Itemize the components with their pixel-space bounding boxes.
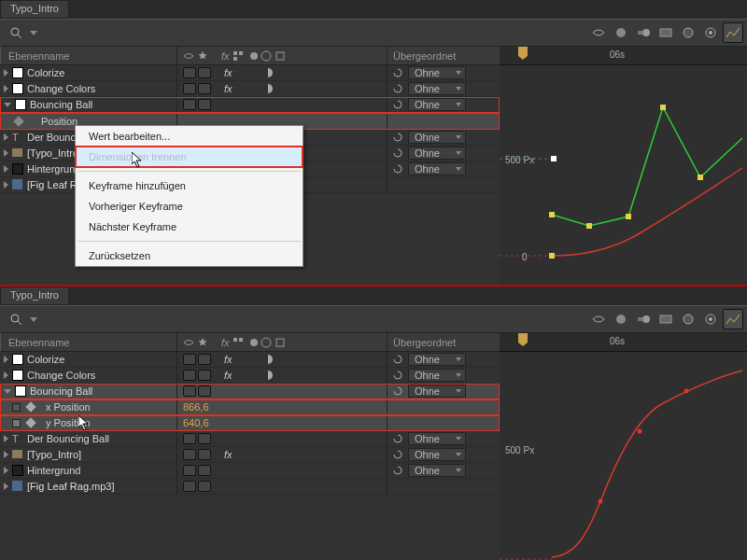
color-swatch[interactable] <box>12 83 23 94</box>
layer-row-colorize[interactable]: Colorize fx Ohne <box>0 65 500 81</box>
parent-header: Übergeordnet <box>388 47 500 64</box>
graph-editor-bottom[interactable]: 06s 500 Px <box>500 333 747 560</box>
3d-col-icon <box>275 50 286 62</box>
fx-switch[interactable]: fx <box>224 67 233 78</box>
parent-dropdown[interactable]: Ohne <box>408 66 466 79</box>
context-menu: Wert bearbeiten... Dimensionen trennen K… <box>75 125 303 267</box>
svg-rect-32 <box>660 315 671 323</box>
layer-row-der-bouncing[interactable]: TDer Bouncing Ball Ohne <box>0 431 500 447</box>
keyframe-icon[interactable] <box>25 401 35 412</box>
svg-rect-16 <box>12 179 22 189</box>
column-headers: Ebenenname fx Übergeordnet <box>0 47 500 65</box>
layer-row-change-colors[interactable]: Change Colors fx Ohne <box>0 368 500 384</box>
composition-tab[interactable]: Typo_Intro <box>0 0 69 19</box>
graph-toggle[interactable] <box>12 403 21 412</box>
menu-edit-value[interactable]: Wert bearbeiten... <box>76 126 303 147</box>
search-dropdown[interactable] <box>6 309 26 329</box>
audio-icon <box>12 179 23 190</box>
svg-rect-5 <box>660 29 671 36</box>
svg-rect-2 <box>616 28 626 37</box>
layer-row-bouncing-ball[interactable]: Bouncing Ball Ohne <box>0 97 500 113</box>
cti-marker-icon[interactable] <box>516 333 529 346</box>
svg-rect-31 <box>638 317 643 321</box>
svg-point-0 <box>11 28 19 35</box>
keyframe-icon[interactable] <box>25 417 35 427</box>
graph-editor-top[interactable]: 06s 500 Px 0 <box>500 47 747 285</box>
comp-icon <box>12 147 23 159</box>
layer-row-hintergrund[interactable]: Hintergrund Ohne <box>0 463 500 479</box>
twirl-icon[interactable] <box>4 69 8 77</box>
svg-rect-23 <box>698 175 703 180</box>
color-swatch[interactable] <box>15 99 26 110</box>
cursor-icon <box>78 415 90 432</box>
layer-row-change-colors[interactable]: Change Colors fx Ohne <box>0 81 500 97</box>
twirl-icon[interactable] <box>4 85 8 92</box>
svg-rect-4 <box>638 31 643 35</box>
layer-row-typo-intro[interactable]: [Typo_Intro] fx Ohne <box>0 447 500 463</box>
color-swatch[interactable] <box>12 67 23 78</box>
layer-name-header: Ebenenname <box>0 47 177 64</box>
property-row-y-position[interactable]: y Position 640,6 <box>0 415 500 431</box>
menu-prev-keyframe[interactable]: Vorheriger Keyframe <box>76 196 303 217</box>
graph-toggle[interactable] <box>12 419 21 427</box>
value-graph <box>500 352 747 560</box>
dropdown-arrow-icon[interactable] <box>30 31 37 35</box>
pickwhip-icon[interactable] <box>391 66 404 79</box>
keyframe-icon[interactable] <box>13 116 23 126</box>
switch[interactable] <box>183 67 196 78</box>
svg-rect-15 <box>12 148 22 157</box>
x-position-value[interactable]: 866,6 <box>183 401 209 413</box>
cursor-icon <box>132 152 143 169</box>
motion-blur-icon[interactable] <box>633 22 654 43</box>
fx-header-icon: fx <box>221 50 230 62</box>
svg-point-13 <box>261 51 271 61</box>
render-toggle-icon[interactable] <box>611 22 631 43</box>
y-position-value[interactable]: 640,6 <box>183 417 209 428</box>
menu-reset[interactable]: Zurücksetzen <box>76 245 303 266</box>
svg-line-1 <box>18 35 21 38</box>
cti-marker-icon[interactable] <box>516 47 529 60</box>
top-panel: Typo_Intro Ebenenname fx <box>0 0 747 285</box>
property-row-x-position[interactable]: x Position 866,6 <box>0 399 500 415</box>
layer-row-audio[interactable]: [Fig Leaf Rag.mp3] <box>0 479 500 495</box>
svg-point-39 <box>261 338 271 347</box>
graph-scale-icon[interactable] <box>678 22 698 43</box>
graph-editor-icon[interactable] <box>723 22 743 43</box>
menu-next-keyframe[interactable]: Nächster Keyframe <box>76 217 303 237</box>
timeline-toolbar <box>0 19 747 47</box>
svg-point-8 <box>709 31 712 35</box>
layer-switch-icon[interactable] <box>700 22 721 43</box>
layer-row-bouncing-ball[interactable]: Bouncing Ball Ohne <box>0 384 500 399</box>
search-dropdown[interactable] <box>6 22 26 43</box>
half-circle-icon[interactable] <box>262 67 274 78</box>
svg-rect-20 <box>586 223 592 229</box>
menu-add-keyframe[interactable]: Keyframe hinzufügen <box>76 175 303 196</box>
svg-rect-37 <box>239 338 243 342</box>
svg-rect-11 <box>233 57 237 61</box>
twirl-icon[interactable] <box>4 103 11 107</box>
svg-rect-19 <box>549 212 555 217</box>
y-axis-label: 500 Px <box>505 155 534 165</box>
svg-rect-29 <box>616 315 626 324</box>
menu-separate-dimensions[interactable]: Dimensionen trennen <box>76 147 303 167</box>
shy-toggle-icon[interactable] <box>588 22 609 43</box>
svg-point-6 <box>684 28 693 37</box>
composition-tab[interactable]: Typo_Intro <box>0 287 69 305</box>
adj-col-icon <box>261 50 272 62</box>
svg-rect-17 <box>518 47 528 56</box>
layer-row-colorize[interactable]: Colorize fx Ohne <box>0 352 500 368</box>
svg-point-30 <box>642 315 650 323</box>
svg-rect-42 <box>12 481 22 491</box>
graph-editor-icon[interactable] <box>723 309 743 329</box>
svg-point-45 <box>599 499 603 504</box>
brainstorm-icon[interactable] <box>655 22 676 43</box>
svg-point-47 <box>684 389 689 394</box>
svg-rect-14 <box>276 52 284 60</box>
svg-rect-26 <box>551 156 557 161</box>
svg-point-38 <box>250 339 258 346</box>
svg-rect-40 <box>276 339 284 346</box>
svg-point-46 <box>638 429 642 434</box>
switch[interactable] <box>198 67 211 78</box>
bottom-panel: Typo_Intro Ebenenname fx <box>0 287 747 560</box>
timeline-toolbar <box>0 305 747 333</box>
